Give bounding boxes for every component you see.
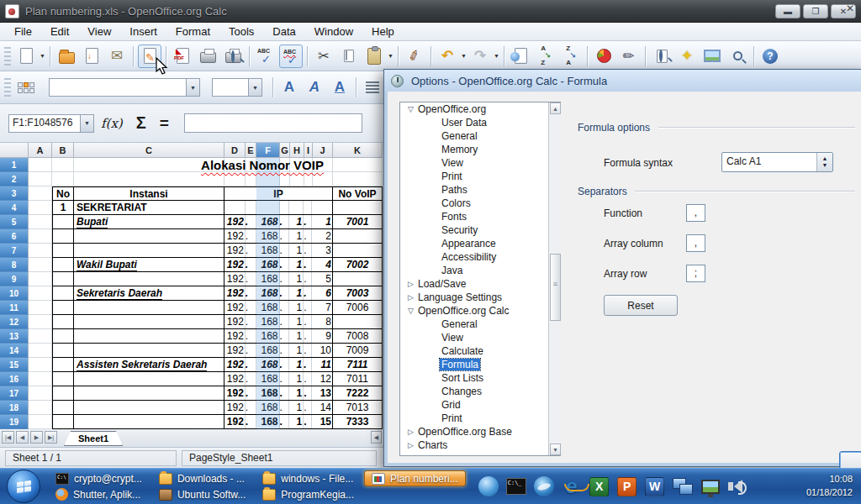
row-header-13[interactable]: 13 [0,329,29,344]
cell-k18[interactable]: 7013 [333,401,383,415]
cell-c11[interactable] [74,301,224,315]
cell-a3[interactable] [29,186,52,201]
cell-b3[interactable]: No [52,186,74,201]
row-header-8[interactable]: 8 [0,258,29,272]
column-header-b[interactable]: B [52,143,74,158]
cell-a14[interactable] [29,344,52,358]
last-sheet-icon[interactable]: ▶| [45,431,57,444]
toolbar-grip[interactable] [4,78,11,97]
cell-b18[interactable] [52,401,74,415]
cell-c14[interactable] [74,344,224,358]
expand-icon[interactable]: ▷ [405,441,416,449]
taskbar-button-crypto-crypt-[interactable]: C:\crypto@crypt... [49,470,149,486]
taskbar-button-ubuntu-softw-[interactable]: Ubuntu Softw... [152,486,252,502]
print-icon[interactable] [196,45,219,68]
cell-b4[interactable]: 1 [52,201,74,215]
export-pdf-icon[interactable]: PDF◣ [171,45,194,68]
cell-k4[interactable] [333,201,383,215]
zoom-icon[interactable] [726,45,749,68]
taskbar-button-plan-numberi-[interactable]: Plan numberi... [364,470,466,486]
cell-c10[interactable]: Sekretaris Daerah [74,286,224,301]
function-wizard-icon[interactable]: f(x) [101,116,123,131]
tree-item-print[interactable]: Print [400,170,560,183]
cell-a16[interactable] [29,372,52,386]
function-separator-field[interactable]: , [686,204,705,222]
font-size-combo[interactable]: ▼ [212,78,262,97]
spreadsheet-grid[interactable]: ABCDEFGHIJK123NoInstansiIPNo VoIP41SEKRE… [0,143,383,429]
reset-button[interactable]: Reset [604,295,678,316]
cell-ip-10[interactable]: 192.168.1.6 [224,286,333,301]
insert-chart-icon[interactable] [592,45,615,68]
cell-a1[interactable] [29,158,52,172]
corner-cell[interactable] [0,143,29,158]
internet-explorer-icon[interactable]: e [561,475,583,497]
font-size-dropdown-icon[interactable]: ▼ [248,79,261,96]
scroll-up-icon[interactable]: ▲ [550,102,561,114]
cell-c3[interactable]: Instansi [74,186,224,201]
cell-ip-9[interactable]: 192.168.1.5 [224,272,333,286]
cell-b19[interactable] [52,415,74,429]
array-column-field[interactable]: , [686,234,705,252]
menu-edit[interactable]: Edit [41,24,78,39]
cell-b9[interactable] [52,272,74,286]
column-header-d[interactable]: D [224,143,246,158]
tree-item-openoffice-org[interactable]: ▽OpenOffice.org [400,102,560,116]
align-left-icon[interactable] [361,76,384,99]
cell-k11[interactable]: 7006 [333,301,383,315]
row-header-12[interactable]: 12 [0,315,29,329]
font-name-combo[interactable]: ▼ [49,78,200,97]
cell-c6[interactable] [74,229,224,244]
row-header-10[interactable]: 10 [0,286,29,301]
cell-ip-17[interactable]: 192.168.1.13 [224,386,333,401]
cell-k17[interactable]: 7222 [333,386,383,401]
open-icon[interactable] [55,45,78,68]
tree-item-colors[interactable]: Colors [400,197,560,210]
underline-icon[interactable]: A [328,76,351,99]
cell-ip-11[interactable]: 192.168.1.7 [224,301,333,315]
cell-d2[interactable] [224,172,246,186]
network-icon[interactable] [672,475,694,497]
cell-a17[interactable] [29,386,52,401]
cell-a12[interactable] [29,315,52,329]
tree-item-calculate[interactable]: Calculate [400,344,560,358]
row-header-11[interactable]: 11 [0,301,29,315]
column-header-f[interactable]: F [256,143,280,158]
cell-b14[interactable] [52,344,74,358]
tree-item-java[interactable]: Java [400,264,560,277]
column-header-h[interactable]: H [290,143,304,158]
collapse-icon[interactable]: ▽ [405,105,416,113]
cell-b5[interactable] [52,215,74,229]
bold-icon[interactable]: A [277,76,301,99]
toolbar-grip[interactable] [4,47,11,66]
tree-scrollbar[interactable]: ▲ ▼ [548,102,561,455]
cell-f2[interactable] [256,172,280,186]
draw-functions-icon[interactable]: ✎ [617,45,641,68]
formula-syntax-select[interactable]: Calc A1 ▲▼ [721,152,833,172]
expand-icon[interactable]: ▷ [405,428,416,436]
hyperlink-icon[interactable] [509,45,532,68]
tree-item-charts[interactable]: ▷Charts [400,438,560,452]
column-header-e[interactable]: E [246,143,256,158]
sort-ascending-icon[interactable]: A↘Z [534,45,557,68]
cell-a15[interactable] [29,358,52,372]
undo-dropdown-icon[interactable]: ▼ [460,45,467,68]
cell-a9[interactable] [29,272,52,286]
column-header-a[interactable]: A [29,143,52,158]
paste-dropdown-icon[interactable]: ▼ [387,45,394,68]
row-header-16[interactable]: 16 [0,372,29,386]
italic-icon[interactable]: A [303,76,326,99]
tree-item-user-data[interactable]: User Data [400,116,560,129]
cell-c16[interactable] [74,372,224,386]
column-header-c[interactable]: C [74,143,224,158]
styles-and-formatting-icon[interactable] [14,76,38,99]
email-icon[interactable]: ✉ [105,45,129,68]
taskbar-button-downloads-[interactable]: Downloads - ... [152,470,252,486]
powerpoint-icon[interactable]: P [616,475,638,497]
help-icon[interactable]: ? [758,45,782,68]
tree-item-openoffice-org-calc[interactable]: ▽OpenOffice.org Calc [400,304,560,318]
cell-b15[interactable] [52,358,74,372]
cell-ip-15[interactable]: 192.168.1.11 [224,358,333,372]
column-header-k[interactable]: K [333,143,383,158]
display-icon[interactable] [700,475,721,497]
menu-view[interactable]: View [78,24,120,39]
